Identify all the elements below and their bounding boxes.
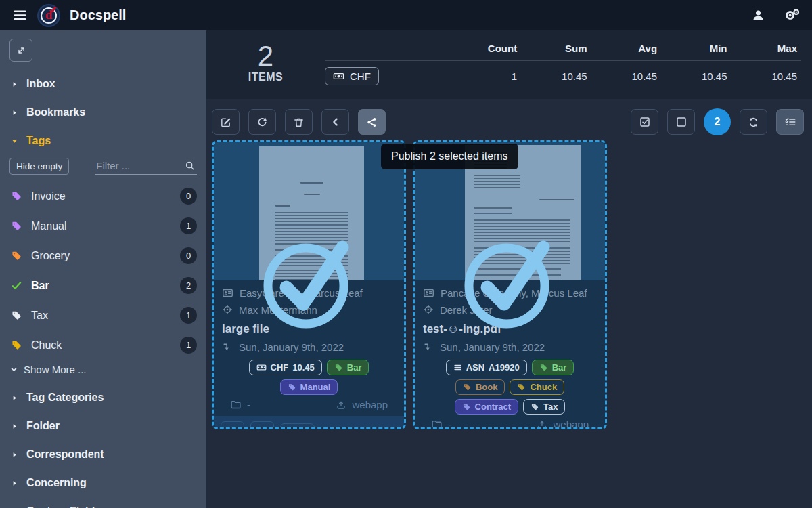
- item-date: Sun, January 9th, 2022: [440, 341, 545, 353]
- delete-selected-button[interactable]: [285, 109, 313, 135]
- banknote-icon: [333, 70, 344, 82]
- edit-item-button[interactable]: [250, 421, 274, 429]
- upload-icon: [336, 400, 346, 410]
- tag-filter-controls: Hide empty: [9, 158, 197, 175]
- toolbar-right-group: 2: [631, 108, 804, 135]
- item-card-list: EasyCare AG, Marcus Leaf Max Mustermann …: [206, 135, 812, 429]
- angle-left-icon: [330, 117, 341, 127]
- refresh-button[interactable]: [740, 109, 767, 135]
- show-more-tags[interactable]: Show More ...: [9, 364, 197, 375]
- sidebar-item-label: Tags: [26, 135, 51, 147]
- chip-label: Chuck: [530, 382, 557, 392]
- tag-chip-tax[interactable]: Tax: [523, 399, 565, 415]
- chip-label: Contract: [475, 402, 511, 412]
- navbar-actions: [751, 7, 800, 23]
- trash-icon: [293, 117, 304, 128]
- publish-selected-button[interactable]: [358, 109, 386, 135]
- item-date-line: Sun, January 9th, 2022: [222, 341, 396, 353]
- tag-icon: [11, 250, 22, 261]
- edit-icon: [257, 427, 267, 429]
- caret-right-icon: [11, 109, 18, 117]
- sidebar-item-inbox[interactable]: Inbox: [9, 78, 197, 90]
- tag-chip-chuck[interactable]: Chuck: [510, 379, 564, 395]
- search-sidebar: Inbox Bookmarks Tags Hide empty Invoice …: [0, 30, 206, 508]
- chip-value: A19920: [489, 362, 520, 373]
- menu-icon[interactable]: [12, 7, 28, 23]
- crosshair-person-icon: [423, 304, 434, 315]
- tag-chip-book[interactable]: Book: [455, 379, 505, 395]
- items-count: 2 ITEMS: [206, 39, 325, 83]
- item-card-large-file[interactable]: EasyCare AG, Marcus Leaf Max Mustermann …: [212, 140, 406, 429]
- tag-count-badge: 1: [180, 337, 197, 354]
- select-all-button[interactable]: [631, 109, 658, 135]
- tag-chip-manual[interactable]: Manual: [280, 379, 338, 395]
- document-preview[interactable]: [214, 142, 404, 280]
- document-page-thumbnail: [259, 146, 364, 280]
- publish-tooltip: Publish 2 selected items: [381, 144, 518, 169]
- stat-min-value: 10.45: [661, 61, 731, 89]
- sidebar-item-tags[interactable]: Tags: [9, 135, 197, 147]
- tag-icon: [463, 383, 472, 391]
- collapse-sidebar-button[interactable]: [9, 39, 32, 62]
- tag-row-invoice[interactable]: Invoice 0: [9, 188, 197, 205]
- chip-label: CHF: [271, 362, 289, 373]
- selected-count-badge[interactable]: 2: [704, 108, 731, 135]
- tag-row-tax[interactable]: Tax 1: [9, 307, 197, 324]
- tag-row-manual[interactable]: Manual 1: [9, 217, 197, 234]
- tag-row-chuck[interactable]: Chuck 1: [9, 337, 197, 354]
- select-mode-button[interactable]: [776, 109, 804, 135]
- caret-right-icon: [11, 423, 18, 430]
- tag-icon: [11, 190, 22, 202]
- select-none-button[interactable]: [667, 109, 695, 135]
- tag-filter-input[interactable]: [95, 158, 197, 175]
- sidebar-item-custom-fields[interactable]: Custom Fields: [9, 505, 197, 508]
- preview-item-button[interactable]: [221, 421, 244, 429]
- edit-selected-button[interactable]: [212, 109, 240, 135]
- sidebar-item-label: Inbox: [26, 78, 55, 90]
- main-content: 2 ITEMS Count Sum Avg Min Max: [206, 30, 812, 508]
- item-card-test-ing-pdf[interactable]: Pancake Company, Marcus Leaf Derek Jeter…: [413, 140, 607, 429]
- sidebar-item-bookmarks[interactable]: Bookmarks: [9, 106, 197, 119]
- item-title[interactable]: test-☺-ing.pdf: [423, 322, 597, 336]
- hide-empty-button[interactable]: Hide empty: [9, 158, 69, 175]
- sidebar-item-correspondent[interactable]: Correspondent: [9, 448, 197, 461]
- settings-gears-icon[interactable]: [784, 7, 800, 23]
- sidebar-item-tag-categories[interactable]: Tag Categories: [9, 391, 197, 404]
- tag-count-badge: 2: [180, 277, 197, 294]
- item-title[interactable]: large file: [222, 322, 396, 336]
- user-icon[interactable]: [751, 8, 765, 22]
- square-icon: [675, 116, 687, 128]
- tag-count-badge: 0: [180, 247, 197, 264]
- tag-icon: [334, 363, 343, 372]
- stats-col-empty: [325, 40, 451, 61]
- share-icon: [366, 117, 378, 128]
- tag-filter: [95, 158, 197, 175]
- tag-row-bar[interactable]: Bar 2: [9, 277, 197, 294]
- eye-icon: [227, 427, 238, 430]
- arrow-turn-down-icon: [222, 342, 232, 352]
- tag-count-badge: 0: [180, 188, 197, 205]
- tag-chip-bar[interactable]: Bar: [532, 360, 574, 375]
- tag-row-grocery[interactable]: Grocery 0: [9, 247, 197, 264]
- caret-right-icon: [11, 394, 18, 402]
- tag-icon: [288, 383, 296, 391]
- tag-chip-bar[interactable]: Bar: [327, 360, 369, 375]
- tag-count-badge: 1: [180, 307, 197, 324]
- currency-stats-table: Count Sum Avg Min Max CHF: [325, 40, 801, 88]
- docspell-logo[interactable]: d: [37, 4, 60, 27]
- folder-source-row: - webapp: [423, 415, 597, 429]
- sidebar-item-concerning[interactable]: Concerning: [9, 477, 197, 489]
- reprocess-button[interactable]: [248, 109, 276, 135]
- correspondent-line: Pancake Company, Marcus Leaf: [423, 287, 597, 299]
- list-check-icon: [784, 116, 796, 128]
- chip-label: ASN: [466, 362, 484, 373]
- tag-icon: [11, 220, 22, 232]
- sidebar-item-folder[interactable]: Folder: [9, 420, 197, 432]
- stat-max-value: 10.45: [731, 61, 802, 89]
- tag-chip-contract[interactable]: Contract: [455, 399, 518, 415]
- stat-count-value: 1: [451, 61, 521, 89]
- source-info: webapp: [336, 399, 388, 410]
- merge-selected-button[interactable]: [321, 109, 349, 135]
- sidebar-item-label: Custom Fields: [26, 505, 101, 508]
- edit-icon: [220, 117, 231, 128]
